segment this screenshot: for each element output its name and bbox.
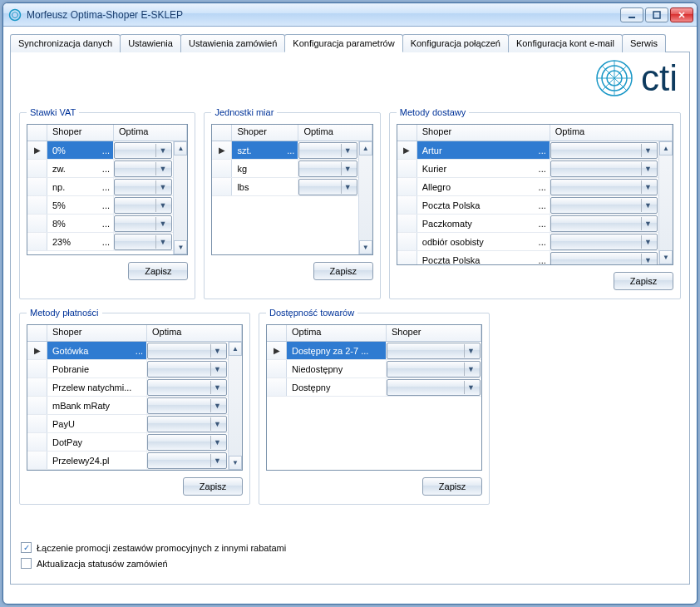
- avail-shoper-dropdown[interactable]: ▼: [387, 361, 481, 378]
- ship-optima-dropdown[interactable]: ▼: [550, 215, 658, 232]
- vat-optima-dropdown[interactable]: ▼: [114, 160, 172, 177]
- tab-connections[interactable]: Konfiguracja połączeń: [402, 34, 509, 52]
- units-optima-dropdown[interactable]: ▼: [298, 142, 357, 159]
- ship-optima-dropdown[interactable]: ▼: [550, 142, 658, 159]
- table-row[interactable]: ▶ szt.... ▼: [212, 141, 357, 160]
- vat-optima-dropdown[interactable]: ▼: [114, 215, 172, 232]
- pay-optima-dropdown[interactable]: ▼: [147, 397, 227, 414]
- vat-shoper-cell[interactable]: 5%...: [47, 196, 114, 214]
- table-row[interactable]: DotPay▼: [27, 433, 228, 452]
- tab-params[interactable]: Konfiguracja parametrów: [284, 34, 402, 52]
- scroll-down-icon[interactable]: ▼: [174, 240, 187, 254]
- col-optima[interactable]: Optima: [550, 125, 673, 141]
- tab-service[interactable]: Serwis: [622, 34, 666, 52]
- ship-optima-dropdown[interactable]: ▼: [550, 197, 658, 214]
- maximize-button[interactable]: [645, 7, 668, 22]
- scrollbar[interactable]: ▲ ▼: [173, 141, 187, 254]
- table-row[interactable]: lbs ▼: [212, 178, 357, 196]
- table-row[interactable]: zw.... ▼: [27, 160, 173, 178]
- avail-shoper-dropdown[interactable]: ▼: [387, 343, 481, 359]
- chevron-down-icon: ▼: [641, 235, 654, 249]
- checkbox-promo[interactable]: ✓ Łączenie promocji zestawów promocyjnyc…: [21, 542, 286, 553]
- col-shoper[interactable]: Shoper: [47, 325, 147, 341]
- close-button[interactable]: [670, 7, 693, 22]
- scroll-up-icon[interactable]: ▲: [659, 141, 673, 155]
- vat-shoper-cell[interactable]: 0%...: [47, 141, 114, 159]
- vat-shoper-cell[interactable]: np....: [47, 178, 114, 195]
- col-shoper[interactable]: Shoper: [417, 125, 550, 141]
- table-row[interactable]: Poczta Polska...▼: [397, 196, 658, 215]
- avail-shoper-dropdown[interactable]: ▼: [387, 379, 481, 396]
- col-optima[interactable]: Optima: [114, 125, 187, 141]
- ship-optima-dropdown[interactable]: ▼: [550, 252, 658, 264]
- save-button[interactable]: Zapisz: [614, 272, 673, 290]
- table-row[interactable]: Przelewy24.pl▼: [27, 452, 228, 470]
- ship-optima-dropdown[interactable]: ▼: [550, 234, 658, 250]
- ship-optima-dropdown[interactable]: ▼: [550, 160, 658, 177]
- save-button[interactable]: Zapisz: [422, 477, 482, 496]
- save-button[interactable]: Zapisz: [183, 477, 243, 496]
- pay-optima-dropdown[interactable]: ▼: [147, 434, 227, 451]
- vat-optima-dropdown[interactable]: ▼: [114, 179, 172, 195]
- units-optima-dropdown[interactable]: ▼: [298, 160, 357, 177]
- table-row[interactable]: mBank mRaty▼: [27, 397, 228, 415]
- table-row[interactable]: Pobranie▼: [27, 360, 228, 378]
- table-row[interactable]: ▶ Artur... ▼: [397, 141, 658, 160]
- vat-optima-dropdown[interactable]: ▼: [114, 197, 172, 214]
- tab-sync[interactable]: Synchronizacja danych: [10, 34, 121, 52]
- table-row[interactable]: 8%... ▼: [27, 215, 173, 233]
- pay-optima-dropdown[interactable]: ▼: [147, 343, 227, 359]
- vat-shoper-cell[interactable]: 8%...: [47, 215, 114, 232]
- scrollbar[interactable]: ▲ ▼: [358, 141, 372, 254]
- minimize-button[interactable]: [620, 7, 643, 22]
- table-row[interactable]: np.... ▼: [27, 178, 173, 196]
- scroll-up-icon[interactable]: ▲: [174, 141, 187, 155]
- vat-optima-dropdown[interactable]: ▼: [114, 142, 172, 159]
- ship-optima-dropdown[interactable]: ▼: [550, 179, 658, 195]
- save-button[interactable]: Zapisz: [313, 262, 373, 280]
- table-row[interactable]: Paczkomaty...▼: [397, 215, 658, 233]
- pay-optima-dropdown[interactable]: ▼: [147, 379, 227, 396]
- tab-email[interactable]: Konfiguracja kont e-mail: [508, 34, 623, 52]
- scroll-down-icon[interactable]: ▼: [359, 240, 372, 254]
- checkbox-status[interactable]: Aktualizacja statusów zamówień: [21, 558, 286, 569]
- table-row[interactable]: ▶ Gotówka... ▼: [27, 342, 228, 360]
- col-shoper[interactable]: Shoper: [47, 125, 114, 141]
- table-row[interactable]: Dostępny▼: [267, 378, 481, 397]
- col-optima[interactable]: Optima: [287, 325, 387, 341]
- col-shoper[interactable]: Shoper: [387, 325, 481, 341]
- scroll-down-icon[interactable]: ▼: [229, 456, 242, 470]
- units-optima-dropdown[interactable]: ▼: [298, 179, 357, 195]
- table-row[interactable]: Niedostępny▼: [267, 360, 481, 378]
- table-row[interactable]: 5%... ▼: [27, 196, 173, 215]
- scroll-down-icon[interactable]: ▼: [659, 250, 673, 264]
- vat-optima-dropdown[interactable]: ▼: [114, 234, 172, 250]
- table-row[interactable]: 23%... ▼: [27, 233, 173, 251]
- table-row[interactable]: Allegro...▼: [397, 178, 658, 196]
- col-optima[interactable]: Optima: [147, 325, 242, 341]
- svg-point-0: [10, 9, 21, 20]
- col-shoper[interactable]: Shoper: [232, 125, 298, 141]
- scrollbar[interactable]: ▲ ▼: [658, 141, 673, 264]
- table-row[interactable]: PayU▼: [27, 415, 228, 433]
- table-row[interactable]: ▶ Dostępny za 2-7 ... ▼: [267, 342, 481, 360]
- scroll-up-icon[interactable]: ▲: [359, 141, 372, 155]
- col-optima[interactable]: Optima: [298, 125, 372, 141]
- tab-order-settings[interactable]: Ustawienia zamówień: [180, 34, 285, 52]
- pay-optima-dropdown[interactable]: ▼: [147, 452, 227, 469]
- vat-shoper-cell[interactable]: 23%...: [47, 233, 114, 250]
- scrollbar[interactable]: ▲ ▼: [228, 342, 242, 470]
- tab-settings[interactable]: Ustawienia: [120, 34, 181, 52]
- table-row[interactable]: odbiór osobisty...▼: [397, 233, 658, 251]
- pay-optima-dropdown[interactable]: ▼: [147, 361, 227, 378]
- table-row[interactable]: Przelew natychmi...▼: [27, 378, 228, 397]
- table-row[interactable]: Poczta Polska...▼: [397, 251, 658, 264]
- save-button[interactable]: Zapisz: [128, 262, 188, 280]
- table-row[interactable]: ▶ 0%... ▼: [27, 141, 173, 160]
- chevron-down-icon: ▼: [210, 454, 224, 467]
- scroll-up-icon[interactable]: ▲: [229, 342, 242, 356]
- table-row[interactable]: kg ▼: [212, 160, 357, 178]
- table-row[interactable]: Kurier...▼: [397, 160, 658, 178]
- vat-shoper-cell[interactable]: zw....: [47, 160, 114, 177]
- pay-optima-dropdown[interactable]: ▼: [147, 416, 227, 432]
